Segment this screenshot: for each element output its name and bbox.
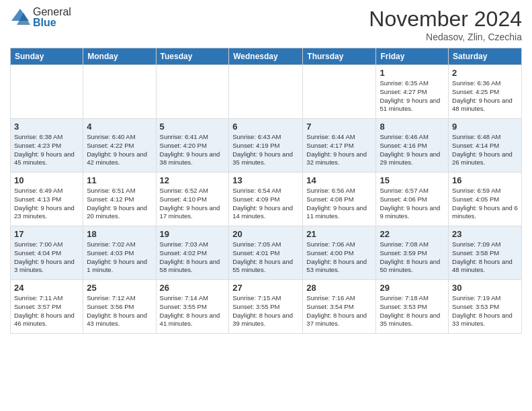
day-number: 23 — [452, 229, 518, 239]
title-section: November 2024 Nedasov, Zlin, Czechia — [369, 7, 522, 42]
day-info: Sunrise: 6:38 AM Sunset: 4:23 PM Dayligh… — [14, 133, 79, 167]
calendar-cell-w3d0: 17Sunrise: 7:00 AM Sunset: 4:04 PM Dayli… — [11, 226, 83, 280]
day-info: Sunrise: 7:06 AM Sunset: 4:00 PM Dayligh… — [306, 240, 372, 275]
calendar-cell-w0d4 — [303, 65, 376, 119]
logo-general: General — [33, 7, 71, 17]
day-info: Sunrise: 6:43 AM Sunset: 4:19 PM Dayligh… — [232, 133, 299, 167]
logo-blue: Blue — [33, 17, 71, 28]
day-number: 25 — [87, 283, 152, 293]
calendar-cell-w4d0: 24Sunrise: 7:11 AM Sunset: 3:57 PM Dayli… — [11, 280, 83, 334]
col-wednesday: Wednesday — [229, 48, 303, 65]
calendar-cell-w4d3: 27Sunrise: 7:15 AM Sunset: 3:55 PM Dayli… — [229, 280, 303, 334]
day-info: Sunrise: 7:09 AM Sunset: 3:58 PM Dayligh… — [452, 240, 518, 275]
calendar-week-3: 17Sunrise: 7:00 AM Sunset: 4:04 PM Dayli… — [11, 226, 522, 280]
calendar-cell-w0d2 — [156, 65, 229, 119]
day-info: Sunrise: 7:08 AM Sunset: 3:59 PM Dayligh… — [380, 240, 445, 275]
day-info: Sunrise: 7:18 AM Sunset: 3:53 PM Dayligh… — [380, 294, 445, 328]
calendar-cell-w3d4: 21Sunrise: 7:06 AM Sunset: 4:00 PM Dayli… — [303, 226, 376, 280]
month-title: November 2024 — [369, 7, 522, 32]
day-number: 15 — [380, 175, 445, 185]
col-sunday: Sunday — [11, 48, 83, 65]
logo-text: General Blue — [33, 7, 71, 28]
day-number: 22 — [380, 229, 445, 239]
calendar-week-0: 1Sunrise: 6:35 AM Sunset: 4:27 PM Daylig… — [11, 65, 522, 119]
day-number: 6 — [232, 122, 299, 132]
day-number: 28 — [306, 283, 372, 293]
day-info: Sunrise: 6:46 AM Sunset: 4:16 PM Dayligh… — [380, 133, 445, 167]
day-info: Sunrise: 6:35 AM Sunset: 4:27 PM Dayligh… — [380, 79, 445, 113]
page-container: General Blue November 2024 Nedasov, Zlin… — [0, 0, 532, 340]
day-number: 12 — [160, 175, 226, 185]
col-thursday: Thursday — [303, 48, 376, 65]
calendar-week-1: 3Sunrise: 6:38 AM Sunset: 4:23 PM Daylig… — [11, 119, 522, 173]
calendar-cell-w3d1: 18Sunrise: 7:02 AM Sunset: 4:03 PM Dayli… — [83, 226, 156, 280]
calendar-cell-w4d5: 29Sunrise: 7:18 AM Sunset: 3:53 PM Dayli… — [376, 280, 449, 334]
day-info: Sunrise: 6:48 AM Sunset: 4:14 PM Dayligh… — [452, 133, 518, 167]
day-info: Sunrise: 6:57 AM Sunset: 4:06 PM Dayligh… — [380, 187, 445, 221]
day-info: Sunrise: 6:44 AM Sunset: 4:17 PM Dayligh… — [306, 133, 372, 167]
day-info: Sunrise: 6:54 AM Sunset: 4:09 PM Dayligh… — [232, 187, 299, 221]
calendar-cell-w3d5: 22Sunrise: 7:08 AM Sunset: 3:59 PM Dayli… — [376, 226, 449, 280]
calendar-cell-w2d5: 15Sunrise: 6:57 AM Sunset: 4:06 PM Dayli… — [376, 173, 449, 226]
calendar-cell-w2d0: 10Sunrise: 6:49 AM Sunset: 4:13 PM Dayli… — [11, 173, 83, 226]
calendar-cell-w3d2: 19Sunrise: 7:03 AM Sunset: 4:02 PM Dayli… — [156, 226, 229, 280]
day-info: Sunrise: 6:59 AM Sunset: 4:05 PM Dayligh… — [452, 187, 518, 221]
calendar-cell-w2d6: 16Sunrise: 6:59 AM Sunset: 4:05 PM Dayli… — [449, 173, 522, 226]
day-number: 16 — [452, 175, 518, 185]
day-info: Sunrise: 7:02 AM Sunset: 4:03 PM Dayligh… — [87, 240, 152, 275]
day-number: 4 — [87, 122, 152, 132]
day-info: Sunrise: 6:56 AM Sunset: 4:08 PM Dayligh… — [306, 187, 372, 221]
col-monday: Monday — [83, 48, 156, 65]
calendar-week-2: 10Sunrise: 6:49 AM Sunset: 4:13 PM Dayli… — [11, 173, 522, 226]
calendar-cell-w4d1: 25Sunrise: 7:12 AM Sunset: 3:56 PM Dayli… — [83, 280, 156, 334]
col-saturday: Saturday — [449, 48, 522, 65]
calendar-cell-w2d4: 14Sunrise: 6:56 AM Sunset: 4:08 PM Dayli… — [303, 173, 376, 226]
calendar-cell-w1d0: 3Sunrise: 6:38 AM Sunset: 4:23 PM Daylig… — [11, 119, 83, 173]
day-info: Sunrise: 7:14 AM Sunset: 3:55 PM Dayligh… — [160, 294, 226, 328]
day-number: 18 — [87, 229, 152, 239]
location: Nedasov, Zlin, Czechia — [369, 32, 522, 42]
calendar-cell-w1d3: 6Sunrise: 6:43 AM Sunset: 4:19 PM Daylig… — [229, 119, 303, 173]
calendar-cell-w2d3: 13Sunrise: 6:54 AM Sunset: 4:09 PM Dayli… — [229, 173, 303, 226]
day-number: 19 — [160, 229, 226, 239]
day-info: Sunrise: 7:16 AM Sunset: 3:54 PM Dayligh… — [306, 294, 372, 328]
day-info: Sunrise: 6:51 AM Sunset: 4:12 PM Dayligh… — [87, 187, 152, 221]
logo-icon — [10, 7, 30, 28]
day-number: 8 — [380, 122, 445, 132]
calendar-cell-w3d6: 23Sunrise: 7:09 AM Sunset: 3:58 PM Dayli… — [449, 226, 522, 280]
day-info: Sunrise: 7:15 AM Sunset: 3:55 PM Dayligh… — [232, 294, 299, 328]
day-number: 20 — [232, 229, 299, 239]
calendar-cell-w1d6: 9Sunrise: 6:48 AM Sunset: 4:14 PM Daylig… — [449, 119, 522, 173]
day-info: Sunrise: 7:00 AM Sunset: 4:04 PM Dayligh… — [14, 240, 79, 275]
day-info: Sunrise: 6:36 AM Sunset: 4:25 PM Dayligh… — [452, 79, 518, 113]
day-number: 27 — [232, 283, 299, 293]
day-number: 21 — [306, 229, 372, 239]
day-info: Sunrise: 7:12 AM Sunset: 3:56 PM Dayligh… — [87, 294, 152, 328]
col-tuesday: Tuesday — [156, 48, 229, 65]
day-number: 30 — [452, 283, 518, 293]
day-number: 2 — [452, 68, 518, 78]
day-number: 24 — [14, 283, 79, 293]
day-number: 17 — [14, 229, 79, 239]
calendar: Sunday Monday Tuesday Wednesday Thursday… — [10, 48, 522, 334]
day-info: Sunrise: 6:49 AM Sunset: 4:13 PM Dayligh… — [14, 187, 79, 221]
day-number: 1 — [380, 68, 445, 78]
logo: General Blue — [10, 7, 71, 28]
day-number: 5 — [160, 122, 226, 132]
day-info: Sunrise: 7:11 AM Sunset: 3:57 PM Dayligh… — [14, 294, 79, 328]
day-number: 9 — [452, 122, 518, 132]
calendar-cell-w0d0 — [11, 65, 83, 119]
calendar-cell-w1d4: 7Sunrise: 6:44 AM Sunset: 4:17 PM Daylig… — [303, 119, 376, 173]
calendar-cell-w2d2: 12Sunrise: 6:52 AM Sunset: 4:10 PM Dayli… — [156, 173, 229, 226]
calendar-cell-w2d1: 11Sunrise: 6:51 AM Sunset: 4:12 PM Dayli… — [83, 173, 156, 226]
day-info: Sunrise: 6:52 AM Sunset: 4:10 PM Dayligh… — [160, 187, 226, 221]
calendar-cell-w0d5: 1Sunrise: 6:35 AM Sunset: 4:27 PM Daylig… — [376, 65, 449, 119]
calendar-cell-w4d4: 28Sunrise: 7:16 AM Sunset: 3:54 PM Dayli… — [303, 280, 376, 334]
day-number: 10 — [14, 175, 79, 185]
day-number: 13 — [232, 175, 299, 185]
calendar-cell-w0d1 — [83, 65, 156, 119]
calendar-cell-w3d3: 20Sunrise: 7:05 AM Sunset: 4:01 PM Dayli… — [229, 226, 303, 280]
calendar-cell-w4d6: 30Sunrise: 7:19 AM Sunset: 3:53 PM Dayli… — [449, 280, 522, 334]
day-info: Sunrise: 7:03 AM Sunset: 4:02 PM Dayligh… — [160, 240, 226, 275]
calendar-cell-w1d2: 5Sunrise: 6:41 AM Sunset: 4:20 PM Daylig… — [156, 119, 229, 173]
